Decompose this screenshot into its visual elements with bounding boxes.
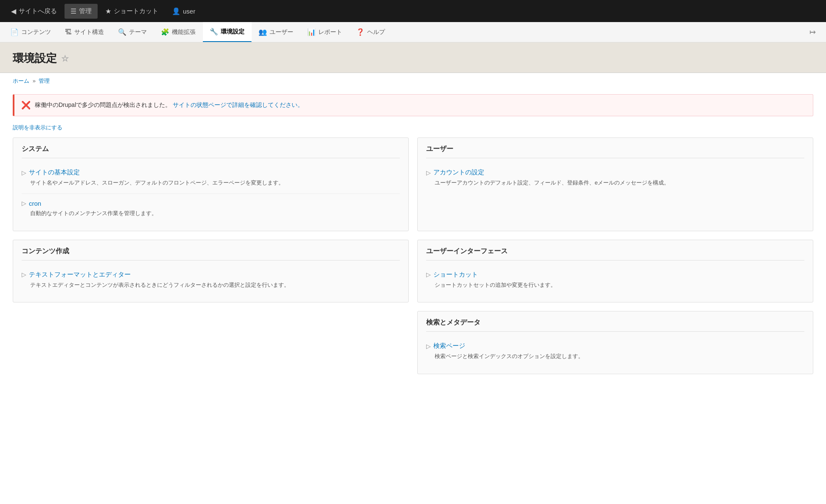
card-user: ユーザー ▷ アカウントの設定 ユーザーアカウントのデフォルト設定、フィールド、…: [417, 137, 813, 231]
help-icon: ❓: [356, 28, 365, 36]
nav-item-help[interactable]: ❓ ヘルプ: [349, 22, 392, 42]
site-basic-link[interactable]: サイトの基本設定: [29, 168, 80, 176]
search-page-desc: 検索ページと検索インデックスのオプションを設定します。: [426, 352, 804, 361]
topbar: ◀ サイトへ戻る ☰ 管理 ★ ショートカット 👤 user: [0, 0, 826, 22]
page-title-text: 環境設定: [13, 51, 57, 66]
menu-icon: ☰: [70, 7, 76, 15]
nav-item-config[interactable]: 🔧 環境設定: [203, 22, 252, 42]
nav-item-users[interactable]: 👥 ユーザー: [252, 22, 301, 42]
text-format-link[interactable]: テキストフォーマットとエディター: [29, 271, 131, 279]
alert-text: 稼働中のDrupalで多少の問題点が検出されました。 サイトの状態ページで詳細を…: [35, 101, 303, 109]
shortcuts-desc: ショートカットセットの追加や変更を行います。: [426, 281, 804, 290]
collapse-button[interactable]: ↦: [806, 26, 819, 39]
nav-item-site-structure[interactable]: 🏗 サイト構造: [58, 22, 111, 42]
card-item-site-basic-title: ▷ サイトの基本設定: [22, 168, 400, 176]
config-icon: 🔧: [210, 28, 218, 36]
nav-label-site-structure: サイト構造: [74, 28, 104, 36]
site-basic-icon: ▷: [22, 169, 26, 176]
nav-label-users: ユーザー: [270, 28, 293, 36]
alert-link[interactable]: サイトの状態ページで詳細を確認してください。: [173, 101, 303, 108]
page-title: 環境設定 ☆: [13, 51, 813, 66]
content-icon: 📄: [10, 28, 19, 36]
shortcuts-link[interactable]: ショートカット: [433, 271, 478, 279]
site-structure-icon: 🏗: [65, 28, 72, 36]
cron-desc: 自動的なサイトのメンテナンス作業を管理します。: [22, 209, 400, 218]
cron-link[interactable]: cron: [29, 200, 41, 207]
cron-icon: ▷: [22, 200, 26, 207]
nav-label-extensions: 機能拡張: [172, 28, 196, 36]
nav-item-extensions[interactable]: 🧩 機能拡張: [154, 22, 203, 42]
card-user-interface: ユーザーインターフェース ▷ ショートカット ショートカットセットの追加や変更を…: [417, 240, 813, 303]
favorite-star-icon[interactable]: ☆: [61, 53, 69, 64]
alert-message: 稼働中のDrupalで多少の問題点が検出されました。: [35, 101, 171, 108]
user-label: user: [183, 8, 195, 15]
search-page-link[interactable]: 検索ページ: [433, 342, 465, 350]
card-item-text-format: ▷ テキストフォーマットとエディター テキストエディターとコンテンツが表示される…: [22, 265, 400, 296]
nav-label-theme: テーマ: [129, 28, 147, 36]
breadcrumb-sep: »: [33, 78, 37, 84]
nav-label-reports: レポート: [318, 28, 342, 36]
manage-label: 管理: [79, 7, 92, 15]
alert-box: ❌ 稼働中のDrupalで多少の問題点が検出されました。 サイトの状態ページで詳…: [13, 94, 813, 116]
reports-icon: 📊: [307, 28, 316, 36]
page-header: 環境設定 ☆: [0, 42, 826, 73]
card-item-cron-title: ▷ cron: [22, 200, 400, 207]
user-icon: 👤: [172, 7, 180, 15]
card-item-text-format-title: ▷ テキストフォーマットとエディター: [22, 271, 400, 279]
card-user-title: ユーザー: [426, 145, 804, 158]
main-content: システム ▷ サイトの基本設定 サイト名やメールアドレス、スローガン、デフォルト…: [0, 137, 826, 387]
nav-item-reports[interactable]: 📊 レポート: [301, 22, 349, 42]
text-format-desc: テキストエディターとコンテンツが表示されるときにどうフィルターされるかの選択と設…: [22, 281, 400, 290]
toggle-description-link[interactable]: 説明を非表示にする: [13, 124, 62, 131]
account-settings-icon: ▷: [426, 169, 431, 176]
account-settings-link[interactable]: アカウントの設定: [433, 168, 484, 176]
star-icon: ★: [105, 7, 111, 15]
card-item-cron: ▷ cron 自動的なサイトのメンテナンス作業を管理します。: [22, 194, 400, 224]
text-format-icon: ▷: [22, 271, 26, 278]
nav-label-help: ヘルプ: [367, 28, 385, 36]
card-search-metadata-title: 検索とメタデータ: [426, 318, 804, 332]
card-item-site-basic: ▷ サイトの基本設定 サイト名やメールアドレス、スローガン、デフォルトのフロント…: [22, 162, 400, 194]
shortcut-label: ショートカット: [114, 7, 158, 15]
back-label: サイトへ戻る: [19, 7, 57, 15]
back-icon: ◀: [11, 7, 16, 15]
breadcrumb-admin[interactable]: 管理: [39, 78, 50, 84]
alert-icon: ❌: [21, 101, 31, 110]
users-icon: 👥: [258, 28, 267, 36]
toggle-desc: 説明を非表示にする: [0, 121, 826, 137]
navbar-right: ↦: [806, 26, 823, 39]
search-page-icon: ▷: [426, 343, 431, 350]
account-settings-desc: ユーザーアカウントのデフォルト設定、フィールド、登録条件、eメールのメッセージを…: [426, 179, 804, 188]
card-item-shortcuts: ▷ ショートカット ショートカットセットの追加や変更を行います。: [426, 265, 804, 296]
nav-label-config: 環境設定: [221, 28, 244, 36]
card-item-account-title: ▷ アカウントの設定: [426, 168, 804, 176]
shortcuts-icon: ▷: [426, 271, 431, 278]
nav-label-content: コンテンツ: [21, 28, 51, 36]
card-search-metadata: 検索とメタデータ ▷ 検索ページ 検索ページと検索インデックスのオプションを設定…: [417, 311, 813, 374]
manage-button[interactable]: ☰ 管理: [65, 4, 98, 19]
card-item-account-settings: ▷ アカウントの設定 ユーザーアカウントのデフォルト設定、フィールド、登録条件、…: [426, 162, 804, 193]
user-button[interactable]: 👤 user: [166, 4, 201, 19]
nav-item-content[interactable]: 📄 コンテンツ: [3, 22, 58, 42]
card-content-authoring: コンテンツ作成 ▷ テキストフォーマットとエディター テキストエディターとコンテ…: [13, 240, 409, 303]
breadcrumb-home[interactable]: ホーム: [13, 78, 29, 84]
card-item-search-page-title: ▷ 検索ページ: [426, 342, 804, 350]
card-user-interface-title: ユーザーインターフェース: [426, 247, 804, 260]
navbar: 📄 コンテンツ 🏗 サイト構造 🔍 テーマ 🧩 機能拡張 🔧 環境設定 👥 ユー…: [0, 22, 826, 42]
card-content-authoring-title: コンテンツ作成: [22, 247, 400, 260]
theme-icon: 🔍: [118, 28, 126, 36]
extensions-icon: 🧩: [161, 28, 169, 36]
card-item-search-page: ▷ 検索ページ 検索ページと検索インデックスのオプションを設定します。: [426, 336, 804, 367]
breadcrumb: ホーム » 管理: [0, 73, 826, 89]
site-basic-desc: サイト名やメールアドレス、スローガン、デフォルトのフロントページ、エラーページを…: [22, 179, 400, 188]
card-item-shortcuts-title: ▷ ショートカット: [426, 271, 804, 279]
card-system: システム ▷ サイトの基本設定 サイト名やメールアドレス、スローガン、デフォルト…: [13, 137, 409, 231]
back-button[interactable]: ◀ サイトへ戻る: [5, 4, 63, 19]
nav-item-theme[interactable]: 🔍 テーマ: [111, 22, 154, 42]
shortcut-button[interactable]: ★ ショートカット: [99, 4, 164, 19]
card-system-title: システム: [22, 145, 400, 158]
